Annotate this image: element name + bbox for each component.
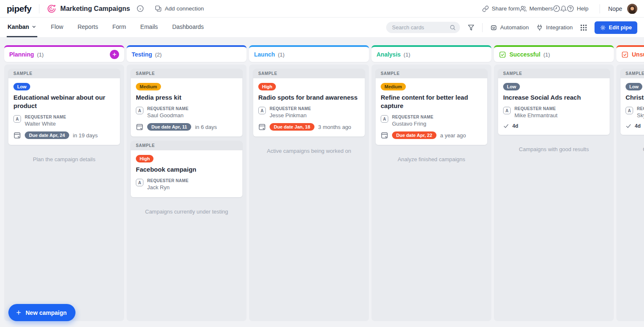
gear-icon (600, 25, 606, 31)
sample-badge: SAMPLE (376, 69, 487, 78)
user-menu[interactable]: Nope (608, 5, 622, 12)
tab-reports[interactable]: Reports (77, 18, 99, 37)
kanban-card[interactable]: SAMPLE Medium Media press kit A REQUESTE… (131, 69, 242, 136)
plug-icon (536, 24, 543, 31)
pipe-info-button[interactable] (137, 5, 144, 12)
pipefy-logo[interactable]: pipefy (7, 4, 31, 14)
column-name: Analysis (377, 51, 401, 58)
members-button[interactable]: Members (520, 5, 553, 12)
tab-emails[interactable]: Emails (140, 18, 159, 37)
due-note: in 19 days (73, 132, 98, 139)
pipe-target-icon (47, 4, 56, 13)
sample-badge: SAMPLE (253, 69, 365, 78)
sample-badge: SAMPLE (8, 69, 120, 78)
tab-flow[interactable]: Flow (50, 18, 64, 37)
text-field-icon: A (13, 115, 21, 123)
kanban-card[interactable]: SAMPLE High Radio spots for brand awaren… (253, 69, 365, 136)
column-body: SAMPLE Low Educational webinar about our… (4, 64, 124, 321)
tab-kanban[interactable]: Kanban (7, 18, 37, 37)
column-header: Planning (1) (4, 45, 124, 62)
automation-button[interactable]: Automation (490, 24, 529, 31)
priority-badge: Medium (136, 83, 161, 90)
card-title: Increase Social Ads reach (503, 93, 605, 102)
card-title: Facebook campaign (136, 165, 237, 174)
due-note: in 6 days (195, 124, 217, 130)
done-duration: 4d (512, 123, 518, 129)
apps-grid-icon[interactable] (580, 24, 587, 31)
divider (600, 4, 600, 13)
calendar-icon (258, 123, 266, 131)
check-icon (503, 123, 509, 129)
add-connection-button[interactable]: Add connection (155, 5, 204, 12)
edit-pipe-button[interactable]: Edit pipe (595, 21, 637, 34)
column-placeholder: Active campaigns being worked on (253, 147, 365, 155)
share-form-label: Share form (492, 5, 520, 12)
kanban-card[interactable]: SAMPLE Medium Refine content for better … (376, 69, 487, 145)
due-note: 3 months ago (318, 124, 351, 130)
integration-button[interactable]: Integration (536, 24, 573, 31)
edit-pipe-label: Edit pipe (609, 24, 632, 31)
column-body: SAMPLE Low Christmas campaign A REQUESTE… (616, 64, 644, 321)
column-count: (1) (543, 51, 550, 58)
new-campaign-button[interactable]: New campaign (8, 304, 75, 321)
pipe-toolbar: Kanban Flow Reports Form Emails Dashboar… (0, 18, 644, 38)
tab-form[interactable]: Form (112, 18, 127, 37)
share-form-button[interactable]: Share form (482, 5, 520, 12)
column-name: Unsuccessful (632, 51, 644, 58)
column-placeholder: Campaigns with bad results (621, 146, 644, 153)
column-planning: Planning (1) SAMPLE Low Educational webi… (4, 45, 124, 321)
link-icon (482, 5, 489, 12)
column-name: Launch (254, 51, 275, 58)
column-name: Planning (9, 51, 34, 58)
calendar-icon (136, 123, 143, 131)
activity-button[interactable] (553, 5, 560, 12)
kanban-card[interactable]: SAMPLE High Facebook campaign A REQUESTE… (131, 141, 242, 197)
priority-badge: High (258, 83, 276, 90)
card-title: Christmas campaign (626, 93, 644, 102)
help-button[interactable]: Help (567, 5, 589, 12)
bell-icon (560, 5, 567, 12)
robot-icon (490, 24, 497, 31)
column-unsuccessful: Unsuccessful SAMPLE Low Christmas campai… (616, 45, 644, 321)
column-body: SAMPLE Medium Media press kit A REQUESTE… (127, 64, 247, 321)
column-count: (1) (404, 51, 410, 58)
column-launch: Launch (1) SAMPLE High Radio spots for b… (249, 45, 369, 321)
priority-badge: Medium (381, 83, 406, 90)
avatar[interactable] (627, 4, 637, 14)
members-icon (520, 5, 527, 12)
search-input[interactable] (392, 24, 449, 31)
plus-icon (16, 309, 22, 316)
column-analysis: Analysis (1) SAMPLE Medium Refine conten… (371, 45, 491, 321)
field-label: REQUESTER NAME (637, 106, 644, 111)
automation-label: Automation (500, 24, 529, 31)
column-header: Successful (1) (494, 45, 614, 62)
chevron-down-icon (31, 24, 36, 29)
due-date-badge: Due date Apr, 24 (25, 131, 69, 139)
notifications-button[interactable] (560, 5, 567, 12)
field-value: Gustavo Fring (392, 121, 434, 127)
tab-label: Flow (51, 23, 63, 30)
check-icon (626, 123, 631, 129)
members-label: Members (530, 5, 553, 12)
kanban-card[interactable]: SAMPLE Low Educational webinar about our… (8, 69, 120, 145)
filter-icon[interactable] (467, 24, 475, 31)
field-label: REQUESTER NAME (25, 115, 66, 119)
search-icon[interactable] (449, 24, 456, 31)
column-body: SAMPLE High Radio spots for brand awaren… (249, 64, 369, 321)
kanban-card[interactable]: SAMPLE Low Increase Social Ads reach A R… (498, 69, 610, 135)
sample-badge: SAMPLE (131, 69, 242, 78)
tab-dashboards[interactable]: Dashboards (171, 18, 205, 37)
column-placeholder: Campaigns currently under testing (131, 208, 242, 216)
priority-badge: High (136, 155, 153, 162)
column-count: (1) (37, 51, 44, 58)
field-label: REQUESTER NAME (147, 106, 189, 111)
field-value: Saul Goodman (147, 112, 189, 118)
kanban-card[interactable]: SAMPLE Low Christmas campaign A REQUESTE… (621, 69, 644, 135)
card-title: Educational webinar about our product (13, 93, 115, 110)
tab-label: Kanban (8, 23, 29, 30)
field-value: Mike Ehrmantraut (514, 112, 558, 118)
text-field-icon: A (258, 107, 266, 114)
field-label: REQUESTER NAME (270, 106, 311, 111)
add-card-button[interactable] (110, 50, 119, 59)
top-bar: pipefy Marketing Campaigns Add connectio… (0, 0, 644, 18)
